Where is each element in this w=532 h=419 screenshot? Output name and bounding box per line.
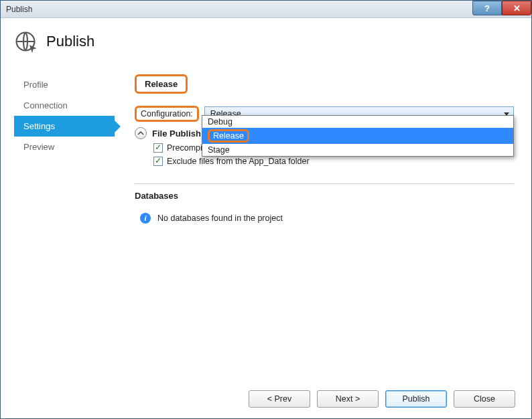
config-label: Configuration: bbox=[135, 106, 199, 122]
page-title: Publish bbox=[46, 33, 94, 50]
databases-heading: Databases bbox=[135, 191, 514, 201]
config-option-release[interactable]: Release bbox=[202, 128, 513, 144]
precompile-checkbox[interactable] bbox=[153, 143, 163, 153]
sidenav-item-connection[interactable]: Connection bbox=[14, 95, 115, 116]
sidenav: Profile Connection Settings Preview bbox=[14, 74, 115, 380]
header: Publish bbox=[1, 18, 531, 58]
next-button[interactable]: Next > bbox=[317, 390, 379, 408]
config-option-debug[interactable]: Debug bbox=[202, 116, 513, 128]
exclude-appdata-row: Exclude files from the App_Data folder bbox=[153, 157, 514, 166]
config-heading: Release bbox=[135, 74, 188, 94]
info-icon: i bbox=[140, 213, 151, 224]
titlebar: Publish ? ✕ bbox=[1, 1, 531, 18]
prev-button[interactable]: < Prev bbox=[249, 390, 310, 408]
config-option-stage[interactable]: Stage bbox=[202, 144, 513, 156]
collapse-button[interactable] bbox=[135, 127, 147, 139]
exclude-appdata-checkbox[interactable] bbox=[153, 157, 163, 166]
config-dropdown: Debug Release Stage bbox=[202, 115, 514, 157]
databases-empty-text: No databases found in the project bbox=[157, 214, 283, 223]
footer: < Prev Next > Publish Close bbox=[1, 380, 531, 418]
settings-panel: Release Configuration: Release Debug Rel… bbox=[135, 74, 514, 380]
help-button[interactable]: ? bbox=[472, 1, 502, 15]
publish-button[interactable]: Publish bbox=[385, 390, 447, 408]
body: Profile Connection Settings Preview Rele… bbox=[1, 58, 531, 380]
window-close-button[interactable]: ✕ bbox=[502, 1, 531, 15]
sidenav-item-settings[interactable]: Settings bbox=[14, 116, 115, 137]
sidenav-item-profile[interactable]: Profile bbox=[14, 74, 115, 95]
divider bbox=[135, 183, 514, 184]
exclude-appdata-label: Exclude files from the App_Data folder bbox=[167, 157, 310, 166]
databases-empty-row: i No databases found in the project bbox=[140, 213, 514, 224]
close-button[interactable]: Close bbox=[454, 390, 515, 408]
window-title: Publish bbox=[6, 5, 32, 14]
globe-icon bbox=[14, 30, 37, 53]
title-buttons: ? ✕ bbox=[472, 1, 531, 15]
sidenav-item-preview[interactable]: Preview bbox=[14, 137, 115, 157]
publish-dialog: Publish ? ✕ Publish Profile Connection S… bbox=[0, 0, 532, 419]
